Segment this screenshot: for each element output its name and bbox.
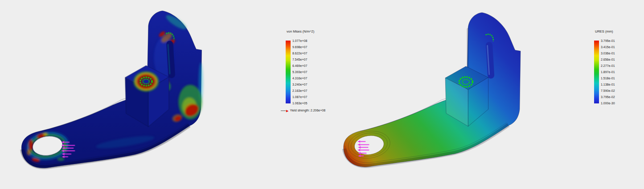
- scale-label: 9.698e+07: [292, 45, 307, 49]
- von-mises-scale-labels: 1.077e+08 9.698e+07 8.622e+07 7.545e+07 …: [292, 39, 307, 105]
- scale-label: 8.622e+07: [292, 52, 307, 55]
- scale-label: 1.000e-30: [601, 102, 615, 105]
- scale-label: 7.590e-02: [601, 89, 615, 92]
- yield-strength-label: Yield strength: 2.206e+08: [290, 109, 325, 112]
- displacement-legend: URES (mm) 3.795e-01 3.415e-01 3.036e-01 …: [594, 29, 615, 105]
- simulation-results-canvas: von Mises (N/m^2) 1.077e+08 9.698e+07 8.…: [0, 0, 644, 189]
- scale-label: 1.063e+05: [292, 102, 307, 105]
- yield-strength-marker: ▶ Yield strength: 2.206e+08: [281, 109, 325, 112]
- scale-label: 4.316e+07: [292, 77, 307, 80]
- scale-label: 3.415e-01: [601, 45, 615, 49]
- displacement-model-view[interactable]: [338, 7, 526, 182]
- scale-label: 2.277e-01: [601, 64, 615, 67]
- scale-label: 7.545e+07: [292, 58, 307, 61]
- displacement-legend-title: URES (mm): [595, 29, 615, 33]
- scale-label: 2.656e-01: [601, 58, 615, 61]
- displacement-scale-labels: 3.795e-01 3.415e-01 3.036e-01 2.656e-01 …: [601, 39, 615, 105]
- scale-label: 1.077e+08: [292, 39, 307, 42]
- scale-label: 3.795e-02: [601, 95, 615, 99]
- von-mises-legend: von Mises (N/m^2) 1.077e+08 9.698e+07 8.…: [286, 29, 325, 112]
- scale-label: 1.087e+07: [292, 95, 307, 99]
- von-mises-legend-title: von Mises (N/m^2): [287, 29, 325, 33]
- scale-label: 2.163e+07: [292, 89, 307, 92]
- scale-label: 3.240e+07: [292, 83, 307, 86]
- yield-marker-line: [281, 111, 286, 111]
- scale-label: 5.393e+07: [292, 70, 307, 74]
- yield-marker-arrow-icon: ▶: [286, 109, 288, 112]
- scale-label: 1.897e-01: [601, 70, 615, 74]
- scale-label: 1.518e-01: [601, 77, 615, 80]
- scale-label: 1.138e-01: [601, 83, 615, 86]
- scale-label: 6.469e+07: [292, 64, 307, 67]
- scale-label: 3.795e-01: [601, 39, 615, 42]
- von-mises-color-scale: [286, 41, 291, 103]
- scale-label: 3.036e-01: [601, 52, 615, 55]
- von-mises-model-view[interactable]: [16, 5, 207, 183]
- displacement-color-scale: [594, 41, 599, 103]
